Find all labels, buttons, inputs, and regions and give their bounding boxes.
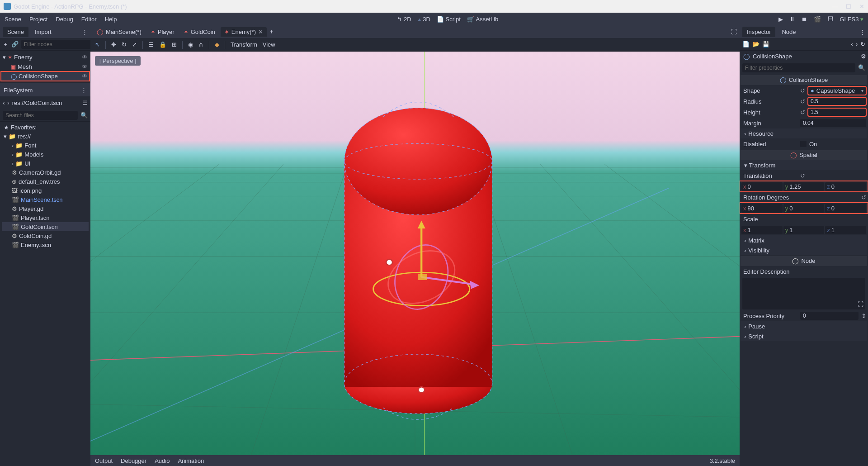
- history-icon[interactable]: ↻: [860, 41, 865, 48]
- fs-search-input[interactable]: [3, 111, 78, 120]
- workspace-assetlib[interactable]: 🛒 AssetLib: [467, 16, 499, 23]
- prop-rotation-value[interactable]: x90 y0 z0: [741, 204, 866, 213]
- menu-scene[interactable]: Scene: [5, 16, 21, 23]
- tool-icon[interactable]: ⚙: [861, 53, 866, 60]
- resource-load-icon[interactable]: 📂: [752, 41, 760, 48]
- snap-tool-icon[interactable]: ◉: [188, 41, 193, 48]
- view-mode-icon[interactable]: ☰: [82, 100, 88, 106]
- tab-scene[interactable]: Scene: [3, 27, 28, 37]
- prop-script[interactable]: ›Script: [741, 331, 867, 341]
- play-scene-icon[interactable]: 🎬: [814, 16, 821, 23]
- scene-tab[interactable]: ◯MainScene(*): [93, 27, 145, 37]
- fs-root[interactable]: ▾📁res://: [2, 132, 89, 141]
- lock-tool-icon[interactable]: 🔒: [159, 41, 166, 48]
- tree-mesh[interactable]: ▣ Mesh 👁: [1, 62, 90, 71]
- reset-icon[interactable]: ↺: [800, 172, 805, 179]
- scene-filter-input[interactable]: [21, 40, 94, 49]
- bottom-output[interactable]: Output: [95, 457, 113, 464]
- history-back-icon[interactable]: ‹: [851, 41, 853, 48]
- fs-item[interactable]: ›📁Models: [2, 150, 89, 159]
- fs-item[interactable]: ⚙CameraOrbit.gd: [2, 168, 89, 177]
- menu-editor[interactable]: Editor: [81, 16, 97, 23]
- tree-root[interactable]: ▾✶ Enemy 👁: [1, 52, 90, 62]
- spinner-icon[interactable]: ⇕: [861, 313, 866, 319]
- minimize-icon[interactable]: —: [832, 3, 838, 10]
- add-tab-icon[interactable]: ＋: [269, 28, 274, 36]
- prop-resource[interactable]: ›Resource: [741, 128, 867, 138]
- transform-menu[interactable]: Transform: [231, 41, 257, 48]
- prop-pause[interactable]: ›Pause: [741, 321, 867, 331]
- add-node-icon[interactable]: ＋: [3, 40, 9, 48]
- tab-import[interactable]: Import: [30, 27, 56, 37]
- close-tab-icon[interactable]: ✕: [258, 29, 263, 35]
- editor-description-input[interactable]: ⛶: [742, 278, 865, 309]
- tree-collisionshape[interactable]: ◯ CollisionShape 👁: [1, 71, 90, 81]
- tab-inspector[interactable]: Inspector: [742, 27, 775, 37]
- nav-fwd-icon[interactable]: ›: [7, 100, 9, 106]
- fs-item[interactable]: ⚙GoldCoin.gd: [2, 231, 89, 240]
- fs-item[interactable]: ⚙Player.gd: [2, 204, 89, 213]
- maximize-icon[interactable]: ☐: [846, 3, 851, 10]
- menu-help[interactable]: Help: [105, 16, 117, 23]
- workspace-3d[interactable]: ⟁ 3D: [418, 16, 430, 23]
- scene-tab-active[interactable]: ✶Enemy(*)✕: [221, 27, 267, 37]
- fs-item[interactable]: 🎬GoldCoin.tscn: [2, 222, 89, 231]
- inspector-filter-input[interactable]: [742, 63, 855, 72]
- dock-options-icon[interactable]: ⋮: [859, 29, 865, 35]
- reset-icon[interactable]: ↺: [800, 109, 805, 116]
- section-node[interactable]: ◯Node: [741, 256, 867, 266]
- dock-options-icon[interactable]: ⋮: [82, 29, 88, 35]
- fs-item[interactable]: 🎬Player.tscn: [2, 213, 89, 222]
- pause-icon[interactable]: ⏸: [789, 16, 795, 23]
- close-icon[interactable]: ✕: [859, 3, 864, 10]
- bottom-animation[interactable]: Animation: [178, 457, 204, 464]
- bottom-audio[interactable]: Audio: [155, 457, 170, 464]
- rotate-tool-icon[interactable]: ↻: [122, 41, 127, 48]
- nav-back-icon[interactable]: ‹: [3, 100, 5, 106]
- section-collisionshape[interactable]: ◯CollisionShape: [741, 75, 867, 85]
- prop-height-value[interactable]: 1.5: [808, 108, 866, 116]
- resource-new-icon[interactable]: 📄: [742, 41, 750, 48]
- reset-icon[interactable]: ↺: [800, 98, 805, 105]
- visibility-icon[interactable]: 👁: [82, 54, 88, 61]
- resource-save-icon[interactable]: 💾: [762, 41, 769, 48]
- prop-priority-value[interactable]: 0: [800, 312, 859, 320]
- list-tool-icon[interactable]: ☰: [148, 41, 154, 48]
- fs-item[interactable]: 🖼icon.png: [2, 186, 89, 195]
- expand-icon[interactable]: ⛶: [858, 301, 863, 308]
- fs-item[interactable]: ›📁Font: [2, 141, 89, 150]
- checkbox[interactable]: [800, 141, 807, 147]
- group-transform[interactable]: ▾ Transform: [741, 160, 867, 170]
- workspace-2d[interactable]: ↰ 2D: [397, 16, 411, 23]
- fs-item[interactable]: 🎬Enemy.tscn: [2, 240, 89, 249]
- scene-tab[interactable]: ✶Player: [147, 27, 178, 37]
- reset-icon[interactable]: ↺: [861, 194, 866, 201]
- search-icon[interactable]: 🔍: [80, 112, 88, 119]
- renderer-dropdown[interactable]: GLES3 ▾: [840, 16, 863, 23]
- gizmo-icon[interactable]: ◆: [215, 41, 219, 48]
- scene-tab[interactable]: ✶GoldCoin: [180, 27, 219, 37]
- prop-radius-value[interactable]: 0.5: [808, 97, 866, 105]
- prop-matrix[interactable]: ›Matrix: [741, 235, 867, 245]
- menu-debug[interactable]: Debug: [56, 16, 73, 23]
- prop-scale-value[interactable]: x1 y1 z1: [741, 226, 866, 234]
- play-custom-icon[interactable]: 🎞: [827, 16, 833, 23]
- group-tool-icon[interactable]: ⊞: [172, 41, 177, 48]
- prop-translation-value[interactable]: x0 y1.25 z0: [741, 182, 866, 191]
- scale-tool-icon[interactable]: ⤢: [132, 41, 137, 48]
- history-fwd-icon[interactable]: ›: [856, 41, 858, 48]
- distraction-free-icon[interactable]: ⛶: [731, 29, 737, 35]
- workspace-script[interactable]: 📄 Script: [437, 16, 461, 23]
- search-icon[interactable]: 🔍: [858, 64, 865, 71]
- prop-margin-value[interactable]: 0.04: [800, 119, 866, 127]
- dock-options-icon[interactable]: ⋮: [81, 87, 87, 94]
- link-icon[interactable]: 🔗: [11, 41, 19, 48]
- section-spatial[interactable]: ◯Spatial: [741, 150, 867, 160]
- fs-path[interactable]: res://GoldCoin.tscn: [12, 100, 80, 106]
- move-tool-icon[interactable]: ✥: [111, 41, 116, 48]
- bottom-debugger[interactable]: Debugger: [121, 457, 146, 464]
- prop-visibility[interactable]: ›Visibility: [741, 245, 867, 255]
- snap-config-icon[interactable]: ⋔: [198, 41, 203, 48]
- visibility-icon[interactable]: 👁: [82, 63, 88, 70]
- select-tool-icon[interactable]: ↖: [95, 41, 100, 48]
